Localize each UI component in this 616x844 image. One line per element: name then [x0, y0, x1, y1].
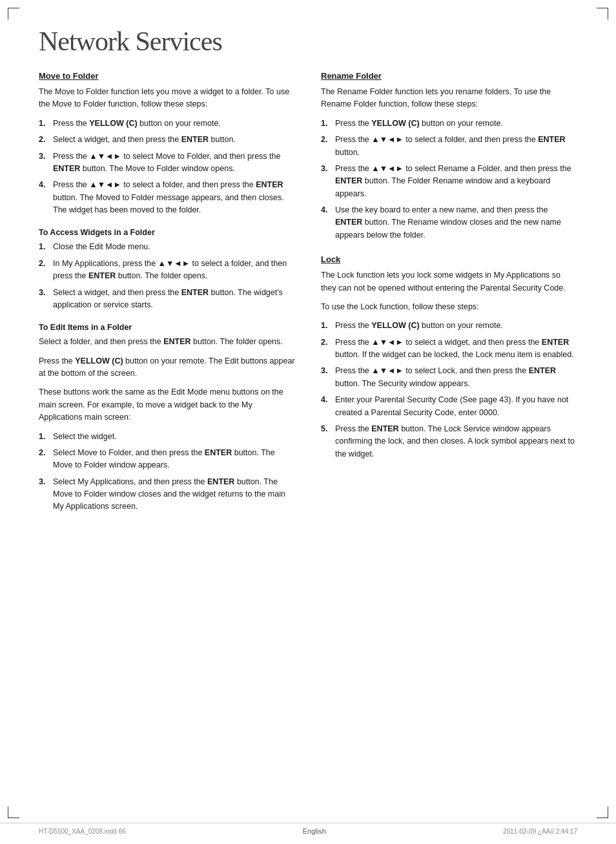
- lock-section: Lock The Lock function lets you lock som…: [321, 254, 577, 460]
- rename-folder-title: Rename Folder: [321, 71, 577, 81]
- list-item: 3. Select a widget, and then press the E…: [39, 287, 295, 312]
- list-item: 2. Press the ▲▼◄► to select a widget, an…: [321, 336, 577, 362]
- rename-folder-intro: The Rename Folder function lets you rena…: [321, 86, 577, 111]
- access-widgets-section: To Access Widgets in a Folder 1. Close t…: [39, 228, 295, 311]
- edit-items-title: To Edit Items in a Folder: [39, 323, 295, 332]
- page: Network Services Move to Folder The Move…: [0, 0, 616, 844]
- right-column: Rename Folder The Rename Folder function…: [321, 71, 577, 473]
- access-widgets-steps: 1. Close the Edit Mode menu. 2. In My Ap…: [39, 241, 295, 311]
- list-item: 3. Select My Applications, and then pres…: [39, 476, 295, 513]
- list-item: 1. Press the YELLOW (C) button on your r…: [321, 118, 577, 130]
- access-widgets-title: To Access Widgets in a Folder: [39, 228, 295, 237]
- move-to-folder-section: Move to Folder The Move to Folder functi…: [39, 71, 295, 216]
- list-item: 4. Press the ▲▼◄► to select a folder, an…: [39, 179, 295, 216]
- list-item: 2. Select a widget, and then press the E…: [39, 134, 295, 146]
- edit-items-para3: These buttons work the same as the Edit …: [39, 386, 295, 424]
- move-to-folder-steps: 1. Press the YELLOW (C) button on your r…: [39, 118, 295, 217]
- corner-mark-br: [597, 807, 608, 818]
- left-column: Move to Folder The Move to Folder functi…: [39, 71, 295, 525]
- lock-para2: To use the Lock function, follow these s…: [321, 301, 577, 313]
- edit-items-section: To Edit Items in a Folder Select a folde…: [39, 323, 295, 513]
- content-columns: Move to Folder The Move to Folder functi…: [39, 71, 577, 525]
- list-item: 3. Press the ▲▼◄► to select Move to Fold…: [39, 150, 295, 176]
- footer-center: English: [126, 827, 503, 835]
- list-item: 1. Select the widget.: [39, 431, 295, 443]
- footer-right: 2011-02-09 ¿ÀÀû 2:44:17: [503, 828, 577, 835]
- footer-left: HT-D5500_XAA_0208.indd 66: [39, 828, 126, 835]
- list-item: 1. Close the Edit Mode menu.: [39, 241, 295, 253]
- edit-items-para1: Select a folder, and then press the ENTE…: [39, 336, 295, 348]
- lock-steps: 1. Press the YELLOW (C) button on your r…: [321, 320, 577, 460]
- move-to-folder-intro: The Move to Folder function lets you mov…: [39, 86, 295, 111]
- list-item: 2. Press the ▲▼◄► to select a folder, an…: [321, 134, 577, 159]
- rename-folder-section: Rename Folder The Rename Folder function…: [321, 71, 577, 242]
- edit-items-steps: 1. Select the widget. 2. Select Move to …: [39, 431, 295, 513]
- lock-title: Lock: [321, 254, 577, 264]
- list-item: 3. Press the ▲▼◄► to select Rename a Fol…: [321, 163, 577, 200]
- footer: HT-D5500_XAA_0208.indd 66 English 2011-0…: [0, 823, 616, 835]
- list-item: 3. Press the ▲▼◄► to select Lock, and th…: [321, 365, 577, 390]
- list-item: 4. Enter your Parental Security Code (Se…: [321, 394, 577, 419]
- page-title: Network Services: [39, 26, 577, 57]
- list-item: 1. Press the YELLOW (C) button on your r…: [321, 320, 577, 332]
- move-to-folder-title: Move to Folder: [39, 71, 295, 81]
- corner-mark-tr: [597, 8, 608, 19]
- list-item: 5. Press the ENTER button. The Lock Serv…: [321, 423, 577, 460]
- rename-folder-steps: 1. Press the YELLOW (C) button on your r…: [321, 118, 577, 242]
- corner-mark-bl: [8, 807, 19, 818]
- list-item: 2. In My Applications, press the ▲▼◄► to…: [39, 258, 295, 283]
- list-item: 2. Select Move to Folder, and then press…: [39, 447, 295, 472]
- lock-para1: The Lock function lets you lock some wid…: [321, 269, 577, 294]
- corner-mark-tl: [8, 8, 19, 19]
- edit-items-para2: Press the YELLOW (C) button on your remo…: [39, 355, 295, 380]
- list-item: 4. Use the key board to enter a new name…: [321, 204, 577, 242]
- list-item: 1. Press the YELLOW (C) button on your r…: [39, 118, 295, 130]
